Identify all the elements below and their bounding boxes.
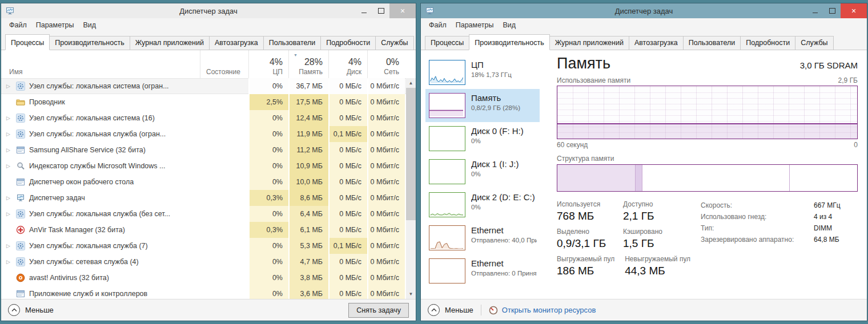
- minimize-button[interactable]: [355, 3, 372, 18]
- process-name-cell: ▷Диспетчер окон рабочего стола: [1, 174, 200, 190]
- table-row[interactable]: ▷Узел службы: локальная служба (без сет.…: [1, 206, 406, 222]
- tab-Подробности[interactable]: Подробности: [320, 36, 376, 50]
- minimize-button[interactable]: [806, 3, 823, 18]
- expand-chevron-icon[interactable]: ▷: [5, 211, 12, 217]
- maximize-button[interactable]: [823, 3, 841, 18]
- tab-Автозагрузка[interactable]: Автозагрузка: [629, 36, 684, 50]
- column-header-status[interactable]: Состояние: [200, 50, 248, 78]
- column-header-name[interactable]: Имя: [1, 50, 200, 78]
- sidebar-item-label: Ethernet: [471, 225, 537, 236]
- process-disk-cell: 0,1 МБ/с: [328, 126, 367, 142]
- vertical-scrollbar[interactable]: ▲ ▼: [406, 78, 416, 299]
- sort-desc-icon: ▼: [294, 53, 298, 57]
- scrollbar-thumb[interactable]: [406, 88, 416, 220]
- menu-item-Параметры[interactable]: Параметры: [31, 19, 79, 31]
- fewer-details-button[interactable]: Меньше: [428, 304, 473, 316]
- process-mem-cell: 11,9 МБ: [288, 126, 328, 142]
- tab-Автозагрузка[interactable]: Автозагрузка: [209, 36, 264, 50]
- table-row[interactable]: ▷Узел службы: сетевая служба (4)0%4,7 МБ…: [1, 254, 406, 270]
- sidebar-item-disk2[interactable]: Диск 2 (D: E: C:)0%: [425, 188, 540, 221]
- titlebar[interactable]: Диспетчер задач ×: [1, 3, 416, 18]
- sidebar-item-text: Диск 0 (F: H:)0%: [471, 126, 524, 144]
- minimize-icon: [361, 13, 367, 13]
- stat-label: Выделено: [557, 228, 612, 236]
- column-header-cpu[interactable]: 4%ЦП: [248, 50, 288, 78]
- sidebar-item-memory[interactable]: Память0,8/2,9 ГБ (28%): [425, 89, 540, 122]
- expand-chevron-icon[interactable]: ▷: [5, 195, 12, 201]
- table-row[interactable]: ▷Узел службы: локальная система (огран..…: [1, 78, 406, 94]
- menu-item-Вид[interactable]: Вид: [498, 19, 520, 31]
- table-row[interactable]: ▷Диспетчер задач0,3%8,6 МБ0 МБ/с0 Мбит/с: [1, 190, 406, 206]
- tab-Пользователи[interactable]: Пользователи: [683, 36, 741, 50]
- menu-item-Файл[interactable]: Файл: [424, 19, 451, 31]
- tab-Подробности[interactable]: Подробности: [740, 36, 795, 50]
- process-net-cell: 0 Мбит/с: [367, 174, 405, 190]
- tab-Производительность[interactable]: Производительность: [49, 36, 130, 50]
- expand-chevron-icon[interactable]: ▷: [5, 163, 12, 169]
- process-status-cell: [200, 286, 248, 299]
- footer-divider: [481, 305, 481, 315]
- tab-Производительность[interactable]: Производительность: [469, 34, 549, 50]
- table-row[interactable]: ▷Проводник2,5%17,5 МБ0 МБ/с0 Мбит/с: [1, 94, 406, 110]
- expand-chevron-icon[interactable]: ▷: [5, 147, 12, 153]
- titlebar[interactable]: Диспетчер задач ×: [421, 3, 867, 18]
- tab-Пользователи[interactable]: Пользователи: [263, 36, 322, 50]
- table-row[interactable]: ▷AnVir Task Manager (32 бита)0,3%6,1 МБ0…: [1, 222, 406, 238]
- process-mem-cell: 36,7 МБ: [288, 78, 328, 94]
- sidebar-item-ethernet2[interactable]: EthernetОтправлено: 0 Принят: [425, 254, 540, 287]
- sidebar-item-disk0[interactable]: Диск 0 (F: H:)0%: [425, 122, 540, 155]
- table-row[interactable]: ▷Индексатор службы Microsoft Windows ...…: [1, 158, 406, 174]
- table-row[interactable]: ▷Приложение служб и контроллеров0%3,6 МБ…: [1, 286, 406, 299]
- tab-Процессы[interactable]: Процессы: [425, 36, 469, 50]
- column-header-network[interactable]: 0%Сеть: [367, 50, 405, 78]
- taskmgr-icon: [16, 193, 25, 202]
- process-mem-cell: 3,6 МБ: [288, 286, 328, 299]
- table-row[interactable]: ▷Узел службы: локальная система (16)0%12…: [1, 110, 406, 126]
- close-button[interactable]: ×: [389, 3, 416, 18]
- menu-item-Параметры[interactable]: Параметры: [451, 19, 499, 31]
- tab-Службы[interactable]: Службы: [375, 36, 413, 50]
- expand-chevron-icon[interactable]: ▷: [5, 83, 12, 89]
- process-name-cell: ▷Диспетчер задач: [1, 190, 200, 206]
- end-task-button[interactable]: Снять задачу: [348, 303, 409, 318]
- expand-chevron-icon[interactable]: ▷: [5, 131, 12, 137]
- sidebar-item-disk1[interactable]: Диск 1 (I: J:)0%: [425, 155, 540, 188]
- process-net-cell: 0 Мбит/с: [367, 110, 405, 126]
- tab-Процессы[interactable]: Процессы: [5, 34, 50, 50]
- process-status-cell: [200, 254, 248, 270]
- sidebar-item-ethernet1[interactable]: EthernetОтправлено: 40,0 Прин: [425, 221, 540, 254]
- close-button[interactable]: ×: [841, 3, 867, 18]
- fewer-details-button[interactable]: Меньше: [8, 304, 54, 316]
- expand-chevron-icon[interactable]: ▷: [5, 115, 12, 121]
- table-row[interactable]: ▷avast! Antivirus (32 бита)0%3,8 МБ0 МБ/…: [1, 270, 406, 286]
- process-mem-cell: 11,2 МБ: [288, 142, 328, 158]
- sidebar-item-cpu[interactable]: ЦП18% 1,73 ГГц: [425, 56, 540, 89]
- process-name-cell: ▷Узел службы: локальная служба (без сет.…: [1, 206, 200, 222]
- process-mem-cell: 8,6 МБ: [288, 190, 328, 206]
- table-row[interactable]: ▷Диспетчер окон рабочего стола0%10,0 МБ0…: [1, 174, 406, 190]
- expand-chevron-icon[interactable]: ▷: [5, 259, 12, 265]
- tab-Журнал приложений[interactable]: Журнал приложений: [549, 36, 629, 50]
- tab-Журнал приложений[interactable]: Журнал приложений: [130, 36, 210, 50]
- process-net-cell: 0 Мбит/с: [367, 78, 405, 94]
- composition-segment-1: [557, 165, 636, 191]
- open-resource-monitor-link[interactable]: Открыть монитор ресурсов: [489, 306, 596, 315]
- scroll-up-icon[interactable]: ▲: [406, 78, 416, 88]
- stat-value: 2,1 ГБ: [623, 210, 678, 222]
- menu-item-Файл[interactable]: Файл: [5, 19, 31, 31]
- expand-chevron-icon[interactable]: ▷: [5, 243, 12, 249]
- process-mem-cell: 12,4 МБ: [288, 110, 328, 126]
- maximize-button[interactable]: [372, 3, 389, 18]
- stat-label: Выгружаемый пул: [557, 255, 614, 263]
- tab-Службы[interactable]: Службы: [795, 36, 833, 50]
- table-row[interactable]: ▷Samsung AllShare Service (32 бита)0%11,…: [1, 142, 406, 158]
- column-header-disk[interactable]: 4%Диск: [328, 50, 367, 78]
- menu-item-Вид[interactable]: Вид: [78, 19, 101, 31]
- table-row[interactable]: ▷Узел службы: локальная служба (огран...…: [1, 126, 406, 142]
- table-row[interactable]: ▷Узел службы: локальная служба (7)0%5,3 …: [1, 238, 406, 254]
- stat-Используется: Используется768 МБ: [557, 200, 612, 222]
- column-header-memory[interactable]: ▼28%Память: [288, 50, 328, 78]
- memory-stats: Используется768 МБДоступно2,1 ГБВыделено…: [557, 200, 701, 282]
- scroll-down-icon[interactable]: ▼: [406, 289, 416, 299]
- anvir-icon: [16, 225, 25, 234]
